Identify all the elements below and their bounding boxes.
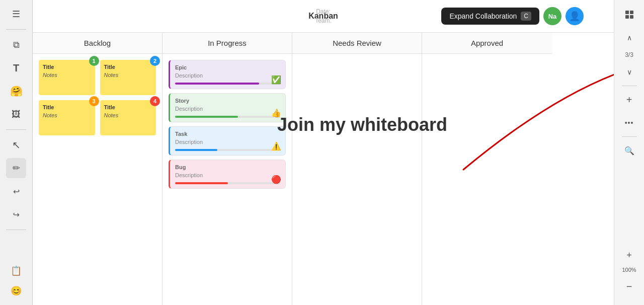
- right-sidebar-divider: [622, 86, 637, 86]
- col-approved-header: Approved: [422, 33, 552, 54]
- expand-collab-key: C: [521, 12, 531, 21]
- svg-rect-3: [630, 15, 633, 19]
- scroll-up-button[interactable]: ∧: [620, 28, 639, 47]
- card-task[interactable]: Task Description ⚠️: [169, 126, 286, 156]
- right-sidebar-divider-2: [622, 136, 637, 137]
- menu-button[interactable]: ☰: [6, 4, 26, 24]
- card-epic-desc: Description: [175, 72, 280, 79]
- card-bug-bar: [175, 182, 280, 184]
- card-epic-type: Epic: [175, 64, 280, 70]
- sticker-button[interactable]: 🤗: [6, 81, 26, 101]
- top-bar-right: Expand Collaboration C Na 👤: [441, 7, 584, 25]
- card-story-type: Story: [175, 98, 280, 104]
- col-approved: Approved: [422, 33, 552, 305]
- card-story[interactable]: Story Description 👍: [169, 93, 286, 122]
- sidebar-divider-1: [6, 29, 26, 30]
- copy-button[interactable]: ⧉: [6, 35, 26, 55]
- card-bug[interactable]: Bug Description 🔴: [169, 160, 286, 189]
- page-indicator: 3/3: [625, 51, 633, 58]
- col-in-progress-content: Epic Description ✅ Story Description 👍: [163, 54, 292, 305]
- col-in-progress: In Progress Epic Description ✅ Story: [163, 33, 292, 305]
- card-task-type: Task: [175, 131, 280, 137]
- date-label: Date:: [315, 7, 332, 16]
- more-options-button[interactable]: •••: [620, 113, 639, 132]
- top-bar: Date: Team: Kanban Expand Collaboration …: [33, 0, 614, 33]
- note-2-badge: 2: [150, 56, 160, 66]
- pen-button[interactable]: ✏: [6, 158, 26, 178]
- left-sidebar: ☰ ⧉ T 🤗 🖼 ↖ ✏ ↩ ↩ 📋 😊: [0, 0, 33, 305]
- zoom-level: 100%: [622, 267, 636, 275]
- card-task-icon: ⚠️: [271, 141, 281, 151]
- svg-rect-0: [625, 11, 629, 14]
- zoom-in-button[interactable]: +: [620, 246, 639, 265]
- col-backlog-content: Title Notes 1 Title Notes 2 Title: [33, 54, 162, 305]
- note-1-badge: 1: [89, 56, 99, 66]
- col-backlog-header: Backlog: [33, 33, 162, 54]
- image-button[interactable]: 🖼: [6, 104, 26, 124]
- col-backlog: Backlog Title Notes 1 Title Notes: [33, 33, 163, 305]
- svg-rect-1: [630, 11, 633, 14]
- card-epic-icon: ✅: [271, 75, 281, 85]
- sticky-note-4[interactable]: Title Notes 4: [100, 100, 156, 135]
- kanban-container: Backlog Title Notes 1 Title Notes: [33, 33, 614, 305]
- undo-button[interactable]: ↩: [6, 181, 26, 201]
- add-page-button[interactable]: +: [620, 90, 639, 109]
- top-bar-meta: Date: Team:: [315, 7, 332, 25]
- sticky-note-2[interactable]: Title Notes 2: [100, 60, 156, 95]
- note-1-title: Title: [43, 64, 91, 70]
- text-button[interactable]: T: [6, 58, 26, 78]
- card-bug-icon: 🔴: [271, 175, 281, 184]
- team-label: Team:: [315, 16, 332, 25]
- expand-collaboration-button[interactable]: Expand Collaboration C: [441, 8, 539, 25]
- col-approved-content: [422, 54, 552, 305]
- scroll-down-button[interactable]: ∨: [620, 62, 639, 82]
- sidebar-divider-2: [6, 129, 26, 130]
- redo-button[interactable]: ↩: [6, 204, 26, 224]
- sidebar-divider-3: [6, 230, 26, 230]
- card-bug-desc: Description: [175, 172, 280, 178]
- expand-collab-label: Expand Collaboration: [449, 12, 517, 20]
- card-task-bar: [175, 149, 280, 151]
- search-button[interactable]: 🔍: [620, 141, 639, 160]
- zoom-out-button[interactable]: −: [620, 277, 639, 296]
- note-3-text: Notes: [43, 112, 91, 118]
- note-2-text: Notes: [104, 72, 152, 78]
- note-4-badge: 4: [150, 96, 160, 106]
- main-area: Date: Team: Kanban Expand Collaboration …: [33, 0, 614, 305]
- col-needs-review-content: Join my whiteboard: [292, 54, 422, 305]
- col-in-progress-header: In Progress: [163, 33, 292, 54]
- collaborate-icon[interactable]: 👤: [566, 7, 584, 25]
- note-3-badge: 3: [89, 96, 99, 106]
- grid-view-button[interactable]: [620, 5, 639, 24]
- card-bug-type: Bug: [175, 164, 280, 170]
- backlog-grid: Title Notes 1 Title Notes 2 Title: [39, 60, 156, 135]
- note-3-title: Title: [43, 104, 91, 110]
- card-story-bar: [175, 116, 280, 118]
- note-4-title: Title: [104, 104, 152, 110]
- card-task-desc: Description: [175, 139, 280, 145]
- select-button[interactable]: ↖: [6, 135, 26, 155]
- note-2-title: Title: [104, 64, 152, 70]
- card-epic[interactable]: Epic Description ✅: [169, 60, 286, 89]
- kanban-board: Backlog Title Notes 1 Title Notes: [33, 33, 614, 305]
- note-4-text: Notes: [104, 112, 152, 118]
- col-needs-review-header: Needs Review: [292, 33, 422, 54]
- sticky-note-1[interactable]: Title Notes 1: [39, 60, 95, 95]
- note-1-text: Notes: [43, 72, 91, 78]
- user-avatar[interactable]: Na: [543, 7, 561, 25]
- card-epic-bar: [175, 83, 280, 85]
- right-sidebar: ∧ 3/3 ∨ + ••• 🔍 + 100% −: [614, 0, 644, 305]
- sticky-note-3[interactable]: Title Notes 3: [39, 100, 95, 135]
- col-needs-review: Needs Review Join my whiteboard: [292, 33, 422, 305]
- clipboard-button[interactable]: 📋: [6, 261, 26, 281]
- card-story-desc: Description: [175, 106, 280, 112]
- svg-rect-2: [625, 15, 629, 19]
- progress-cards: Epic Description ✅ Story Description 👍: [169, 60, 286, 189]
- emoji-button[interactable]: 😊: [6, 281, 26, 301]
